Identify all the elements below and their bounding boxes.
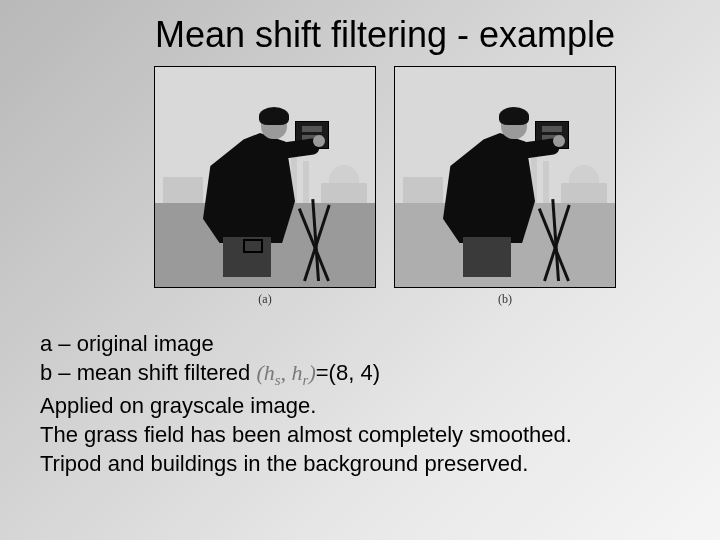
image-a-original [154, 66, 376, 288]
hr-var: h [292, 360, 303, 385]
slide: Mean shift filtering - example [0, 0, 720, 540]
desc-line-5: Tripod and buildings in the background p… [40, 449, 690, 478]
params-value: =(8, 4) [316, 360, 380, 385]
paren-open: ( [256, 360, 263, 385]
desc-line-3: Applied on grayscale image. [40, 391, 690, 420]
desc-b-prefix: b – mean shift filtered [40, 360, 256, 385]
hs-var: h [264, 360, 275, 385]
desc-line-2: b – mean shift filtered (hs, hr)=(8, 4) [40, 358, 690, 391]
caption-a: (a) [258, 292, 271, 307]
slide-title: Mean shift filtering - example [40, 14, 690, 56]
caption-b: (b) [498, 292, 512, 307]
figure-row: (a) [40, 66, 690, 307]
figure-a: (a) [154, 66, 376, 307]
params-comma: , [281, 360, 292, 385]
desc-a-label: a – original image [40, 331, 214, 356]
desc-line-4: The grass field has been almost complete… [40, 420, 690, 449]
figure-b: (b) [394, 66, 616, 307]
selection-marker-icon [243, 239, 263, 253]
desc-line-1: a – original image [40, 329, 690, 358]
image-b-filtered [394, 66, 616, 288]
description-block: a – original image b – mean shift filter… [40, 329, 690, 478]
paren-close: ) [308, 360, 315, 385]
